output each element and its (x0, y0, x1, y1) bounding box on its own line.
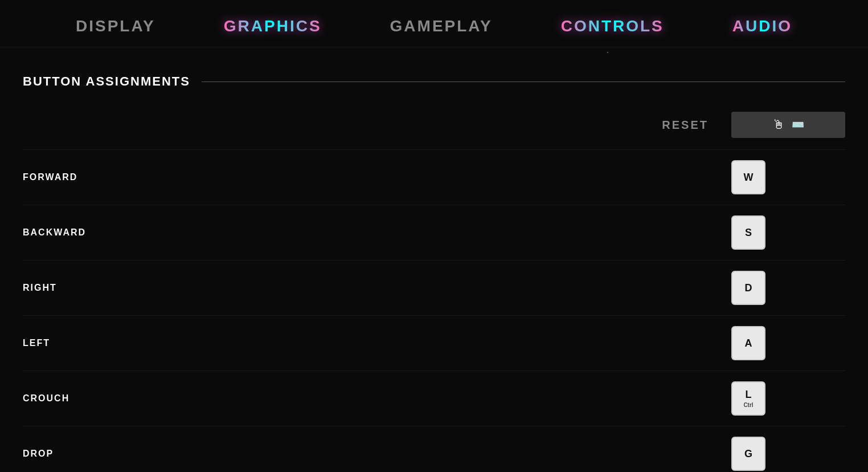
dot-indicator: • (0, 50, 868, 55)
key-button-g[interactable]: G (731, 437, 765, 471)
action-label-forward: FORWARD (23, 172, 137, 182)
key-button-a[interactable]: A (731, 326, 765, 360)
keyboard-icon: ⌨️ (792, 119, 804, 131)
tab-display[interactable]: DISPLAY (76, 17, 155, 35)
key-button-w[interactable]: W (731, 160, 765, 194)
key-binding-left: A (731, 326, 765, 360)
key-button-lctrl[interactable]: L Ctrl (731, 381, 765, 416)
section-header: BUTTON ASSIGNMENTS (23, 74, 845, 89)
section-divider (202, 82, 845, 82)
key-binding-backward: S (731, 215, 765, 250)
binding-row-left: LEFT A (23, 315, 845, 371)
key-modifier-ctrl: Ctrl (743, 401, 753, 409)
reset-label[interactable]: RESET (662, 119, 709, 132)
tab-gameplay[interactable]: GAMEPLAY (390, 17, 493, 35)
section-title: BUTTON ASSIGNMENTS (23, 74, 190, 89)
key-button-s[interactable]: S (731, 215, 765, 250)
device-toggle-button[interactable]: 🖱 ⌨️ (731, 112, 845, 138)
action-label-left: LEFT (23, 338, 137, 348)
key-binding-drop: G (731, 437, 765, 471)
binding-row-forward: FORWARD W (23, 149, 845, 205)
binding-row-crouch: CROUCH L Ctrl (23, 371, 845, 426)
key-binding-forward: W (731, 160, 765, 194)
binding-row-right: RIGHT D (23, 260, 845, 315)
action-label-crouch: CROUCH (23, 393, 137, 404)
key-button-d[interactable]: D (731, 271, 765, 305)
binding-row-drop: DROP G (23, 426, 845, 472)
key-binding-right: D (731, 271, 765, 305)
binding-row-backward: BACKWARD S (23, 205, 845, 260)
action-label-drop: DROP (23, 449, 137, 459)
key-main-lctrl: L (746, 388, 752, 401)
tab-controls[interactable]: CONTROLS (561, 17, 664, 35)
controls-area: RESET 🖱 ⌨️ FORWARD W BACKWARD S RIGHT D (23, 106, 845, 472)
main-content: BUTTON ASSIGNMENTS RESET 🖱 ⌨️ FORWARD W … (0, 57, 868, 472)
key-binding-crouch: L Ctrl (731, 381, 765, 416)
action-label-backward: BACKWARD (23, 227, 137, 238)
tab-audio[interactable]: AUDIO (732, 17, 792, 35)
reset-row: RESET 🖱 ⌨️ (23, 106, 845, 144)
nav-tabs: DISPLAY GRAPHICS GAMEPLAY CONTROLS AUDIO (0, 0, 868, 47)
action-label-right: RIGHT (23, 283, 137, 293)
mouse-icon: 🖱 (772, 117, 785, 132)
tab-graphics[interactable]: GRAPHICS (224, 17, 322, 35)
